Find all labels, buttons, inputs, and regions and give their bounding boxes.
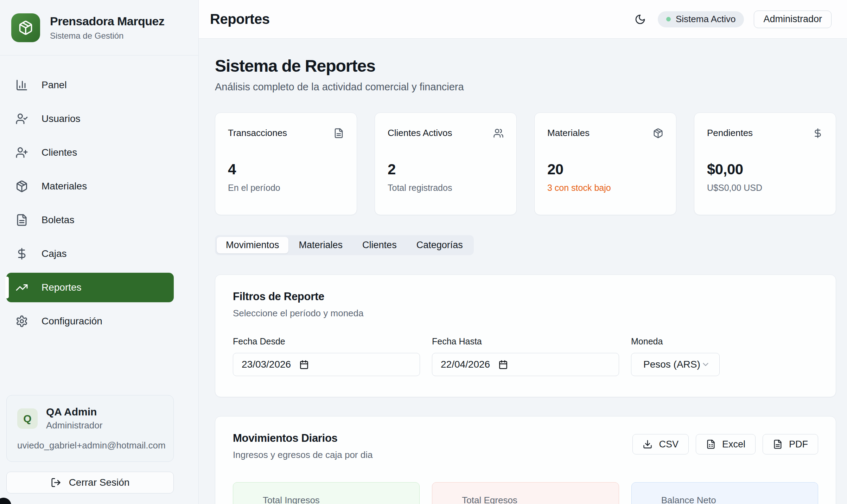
package-icon: [653, 128, 663, 138]
user-name: QA Admin: [46, 406, 102, 418]
stats-row: Transacciones 4 En el período Clientes A…: [215, 112, 836, 215]
total-ingresos-card: Total Ingresos $400.306,00: [233, 482, 420, 504]
sidebar-item-label: Clientes: [42, 147, 77, 158]
role-button[interactable]: Administrador: [754, 11, 832, 28]
export-csv-button[interactable]: CSV: [632, 434, 689, 454]
logout-button[interactable]: Cerrar Sesión: [6, 472, 174, 493]
chevron-down-icon: [701, 360, 710, 369]
daily-summary: Total Ingresos $400.306,00 Total Egresos…: [233, 482, 818, 504]
stat-value: $0,00: [707, 161, 823, 178]
content: Sistema de Reportes Análisis completo de…: [199, 39, 847, 504]
filters-subtitle: Seleccione el período y moneda: [233, 308, 818, 319]
sidebar-item-usuarios[interactable]: Usuarios: [6, 104, 174, 134]
dollar-sign-icon: [813, 128, 823, 138]
stat-label: Clientes Activos: [388, 128, 452, 138]
daily-subtitle: Ingresos y egresos de caja por dia: [233, 450, 372, 460]
stat-value: 4: [228, 161, 344, 178]
export-excel-button[interactable]: Excel: [696, 434, 756, 454]
user-role: Administrador: [46, 420, 102, 431]
stat-card-transacciones: Transacciones 4 En el período: [215, 112, 357, 215]
export-csv-label: CSV: [659, 439, 679, 450]
stat-card-materiales: Materiales 20 3 con stock bajo: [534, 112, 676, 215]
user-check-icon: [15, 112, 28, 125]
currency-value: Pesos (ARS): [643, 359, 700, 370]
tab-movimientos[interactable]: Movimientos: [217, 237, 288, 253]
date-from-input[interactable]: 23/03/2026: [233, 353, 420, 376]
calendar-icon[interactable]: [498, 360, 508, 369]
total-egresos-card: Total Egresos $351.307,60: [432, 482, 619, 504]
page-title: Sistema de Reportes: [215, 56, 836, 76]
stat-label: Transacciones: [228, 128, 287, 138]
stat-value: 20: [547, 161, 663, 178]
tab-clientes[interactable]: Clientes: [353, 237, 406, 253]
stat-value: 2: [388, 161, 504, 178]
sidebar-footer: Q QA Admin Administrador uviedo_gabriel+…: [0, 395, 198, 504]
stat-sub: U$S0,00 USD: [707, 183, 823, 193]
package-icon: [15, 180, 28, 193]
main-area: Reportes Sistema Activo Administrador Si…: [199, 0, 847, 504]
page-header-title: Reportes: [210, 11, 269, 27]
field-label: Fecha Hasta: [432, 336, 619, 347]
download-icon: [643, 439, 652, 449]
stat-card-pendientes: Pendientes $0,00 U$S0,00 USD: [694, 112, 836, 215]
summary-label: Total Ingresos: [263, 495, 326, 504]
field-fecha-hasta: Fecha Hasta 22/04/2026: [432, 336, 619, 376]
file-text-icon: [333, 128, 344, 138]
gear-icon: [15, 315, 28, 328]
users-icon: [493, 128, 504, 138]
date-to-input[interactable]: 22/04/2026: [432, 353, 619, 376]
filters-card: Filtros de Reporte Seleccione el período…: [215, 274, 836, 397]
brand: Prensadora Marquez Sistema de Gestión: [0, 0, 198, 56]
stat-sub: Total registrados: [388, 183, 504, 193]
sidebar-item-panel[interactable]: Panel: [6, 70, 174, 100]
sidebar-item-label: Configuración: [42, 316, 102, 327]
status-badge-label: Sistema Activo: [676, 14, 736, 25]
user-email: uviedo_gabriel+admin@hotmail.com: [17, 440, 163, 451]
log-out-icon: [51, 477, 61, 488]
sidebar-item-cajas[interactable]: Cajas: [6, 239, 174, 269]
status-badge: Sistema Activo: [658, 11, 744, 27]
sidebar-item-label: Cajas: [42, 248, 67, 259]
trending-up-icon: [15, 281, 28, 294]
calendar-icon[interactable]: [299, 360, 309, 369]
date-from-value: 23/03/2026: [242, 359, 291, 370]
brand-name: Prensadora Marquez: [50, 14, 164, 28]
sidebar-item-configuracion[interactable]: Configuración: [6, 306, 174, 336]
stat-sub-low-stock: 3 con stock bajo: [547, 183, 663, 193]
file-text-icon: [773, 439, 783, 449]
user-plus-icon: [15, 146, 28, 159]
sidebar-item-boletas[interactable]: Boletas: [6, 205, 174, 235]
date-to-value: 22/04/2026: [441, 359, 490, 370]
dark-mode-toggle[interactable]: [632, 12, 648, 27]
field-label: Fecha Desde: [233, 336, 420, 347]
sidebar-item-label: Materiales: [42, 181, 87, 192]
sidebar-item-materiales[interactable]: Materiales: [6, 172, 174, 201]
package-icon: [18, 20, 33, 35]
chart-column-icon: [15, 79, 28, 91]
filters-title: Filtros de Reporte: [233, 290, 818, 303]
stat-label: Pendientes: [707, 128, 753, 138]
sidebar-item-label: Boletas: [42, 214, 74, 226]
moon-icon: [635, 14, 646, 25]
field-moneda: Moneda Pesos (ARS): [631, 336, 818, 376]
daily-movements-card: Movimientos Diarios Ingresos y egresos d…: [215, 416, 836, 504]
export-pdf-label: PDF: [789, 439, 808, 450]
tab-materiales[interactable]: Materiales: [290, 237, 352, 253]
sidebar-item-reportes[interactable]: Reportes: [6, 273, 174, 302]
sidebar-nav: Panel Usuarios Clientes Materiales Bolet…: [0, 56, 198, 395]
brand-logo: [11, 13, 40, 42]
tab-categorias[interactable]: Categorías: [407, 237, 472, 253]
summary-label: Total Egresos: [462, 495, 525, 504]
brand-subtitle: Sistema de Gestión: [50, 31, 164, 41]
avatar: Q: [17, 408, 38, 429]
daily-title: Movimientos Diarios: [233, 432, 372, 445]
field-label: Moneda: [631, 336, 818, 347]
file-text-icon: [15, 214, 28, 226]
status-dot: [666, 17, 671, 21]
currency-select[interactable]: Pesos (ARS): [631, 353, 720, 376]
logout-label: Cerrar Sesión: [69, 477, 130, 488]
sidebar-item-clientes[interactable]: Clientes: [6, 138, 174, 167]
summary-label: Balance Neto: [661, 495, 718, 504]
export-pdf-button[interactable]: PDF: [763, 434, 818, 454]
stat-sub: En el período: [228, 183, 344, 193]
